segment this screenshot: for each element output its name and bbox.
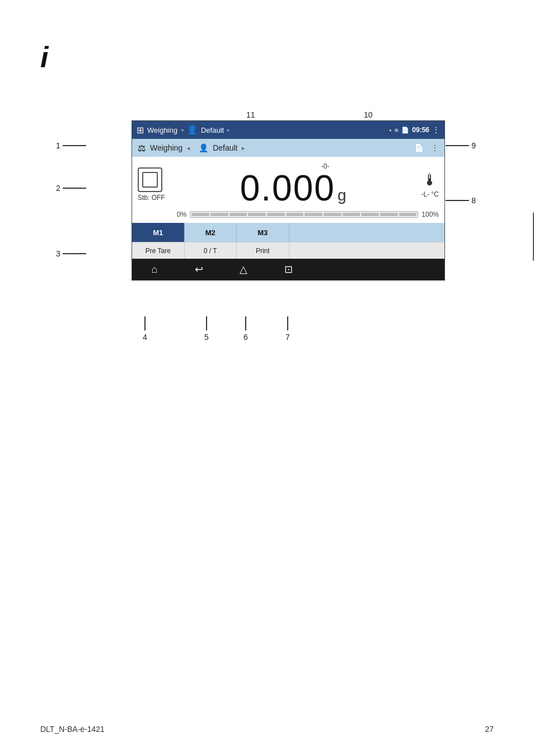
- tare-section: Stb: OFF: [138, 167, 165, 202]
- memory-spacer: [289, 223, 445, 242]
- measurement-area: Stb: OFF -0- 0.000 g 🌡 -L- °C: [132, 157, 444, 209]
- progress-label-left: 0%: [177, 211, 186, 218]
- seg-11: [380, 213, 398, 216]
- memory-btn-m2[interactable]: M2: [185, 223, 237, 242]
- profile-label: Default: [201, 126, 224, 134]
- up-icon: △: [240, 263, 247, 276]
- balance-icon: ⚖: [138, 143, 146, 153]
- stb-label: Stb: OFF: [138, 194, 165, 202]
- doc-icon: 📄: [401, 127, 409, 134]
- mode-label: Weighing: [147, 126, 177, 134]
- temp-display: 🌡 -L- °C: [421, 171, 439, 198]
- memory-btn-m1[interactable]: M1: [132, 223, 185, 242]
- icon-spacer: [311, 259, 444, 280]
- arrow-marker-right: ▸: [242, 145, 245, 151]
- annotation-2: 2: [56, 184, 86, 193]
- info-icon: i: [40, 40, 48, 74]
- callout-5-container: 5: [204, 316, 209, 342]
- seg-7: [305, 213, 322, 216]
- function-row: Pre Tare 0 / T Print: [132, 242, 444, 259]
- callout-line-6: [245, 316, 246, 330]
- status-bar-right: ▪ ≋ 📄 09:56 ⋮: [390, 125, 440, 134]
- seg-3: [229, 213, 247, 216]
- annotation-9: 9: [446, 141, 476, 150]
- weighing-label: Weighing: [150, 143, 182, 152]
- arrow-marker-left: ◂: [187, 145, 190, 151]
- time-display: 09:56: [412, 126, 429, 134]
- menu-icon[interactable]: ⋮: [432, 125, 440, 134]
- callout-7-container: 7: [285, 316, 290, 342]
- seg-6: [286, 213, 304, 216]
- doc-icon-2: 📄: [414, 143, 424, 152]
- user-icon: 👤: [187, 125, 198, 135]
- weight-value: 0.000: [240, 170, 335, 206]
- battery-square: ▪: [390, 127, 392, 133]
- temp-label: -L- °C: [421, 190, 439, 198]
- callout-6-container: 6: [243, 316, 248, 342]
- seg-5: [267, 213, 285, 216]
- annotation-3: 3: [56, 249, 86, 258]
- seg-12: [399, 213, 417, 216]
- callout-10: 10: [364, 110, 373, 119]
- seg-9: [343, 213, 360, 216]
- memory-btn-m3[interactable]: M3: [237, 223, 289, 242]
- device-panel: ⊞ Weighing ◂ 👤 Default ▸ ▪ ≋ 📄 09:56 ⋮ ⚖…: [132, 120, 445, 281]
- progress-bar-track: [190, 211, 418, 218]
- tare-icon-box: [138, 167, 162, 192]
- copy-icon: ⊡: [284, 263, 293, 276]
- pre-tare-button[interactable]: Pre Tare: [132, 242, 185, 259]
- callout-4-container: 4: [143, 316, 147, 342]
- home-button[interactable]: ⌂: [132, 259, 177, 280]
- wifi-bars: ≋: [394, 127, 399, 133]
- default-label: Default: [213, 143, 237, 152]
- back-button[interactable]: ↩: [177, 259, 222, 280]
- callout-11: 11: [246, 110, 255, 119]
- user-icon-2: 👤: [199, 143, 208, 152]
- zero-tare-button[interactable]: 0 / T: [185, 242, 237, 259]
- annotation-1: 1: [56, 141, 86, 150]
- seg-10: [361, 213, 379, 216]
- progress-area: 0% 100%: [132, 209, 444, 223]
- icon-row: ⌂ ↩ △ ⊡: [132, 259, 444, 280]
- seg-8: [324, 213, 341, 216]
- callout-line-5: [206, 316, 207, 330]
- weight-unit: g: [338, 188, 346, 203]
- arrow-right: ▸: [227, 127, 230, 133]
- seg-2: [210, 213, 228, 216]
- copy-button[interactable]: ⊡: [266, 259, 311, 280]
- memory-row: M1 M2 M3: [132, 223, 444, 242]
- thermometer-icon: 🌡: [422, 171, 438, 189]
- seg-4: [248, 213, 266, 216]
- back-icon: ↩: [195, 263, 203, 276]
- callout-line-4: [144, 316, 146, 330]
- seg-1: [191, 213, 209, 216]
- status-bar-left: ⊞ Weighing ◂ 👤 Default ▸: [137, 125, 230, 136]
- weight-display: -0- 0.000 g: [240, 162, 346, 206]
- arrow-left: ◂: [181, 127, 184, 133]
- weight-value-row: 0.000 g: [240, 170, 346, 206]
- doc-id: DLT_N-BA-e-1421: [40, 725, 105, 734]
- tare-inner: [142, 172, 158, 188]
- progress-label-right: 100%: [421, 211, 439, 218]
- scale-icon: ⊞: [137, 125, 144, 136]
- up-button[interactable]: △: [221, 259, 266, 280]
- annotation-8: 8: [446, 196, 476, 205]
- callout-line-7: [287, 316, 288, 330]
- print-button[interactable]: Print: [237, 242, 289, 259]
- weighing-header-row: ⚖ Weighing ◂ 👤 Default ▸ 📄 ⋮: [132, 139, 444, 157]
- menu-dots[interactable]: ⋮: [431, 143, 439, 152]
- home-icon: ⌂: [151, 264, 157, 276]
- func-spacer: [289, 242, 445, 259]
- status-bar: ⊞ Weighing ◂ 👤 Default ▸ ▪ ≋ 📄 09:56 ⋮: [132, 121, 444, 139]
- footer: DLT_N-BA-e-1421 27: [0, 725, 534, 734]
- progress-bar-segments: [190, 212, 418, 217]
- page-number: 27: [485, 725, 494, 734]
